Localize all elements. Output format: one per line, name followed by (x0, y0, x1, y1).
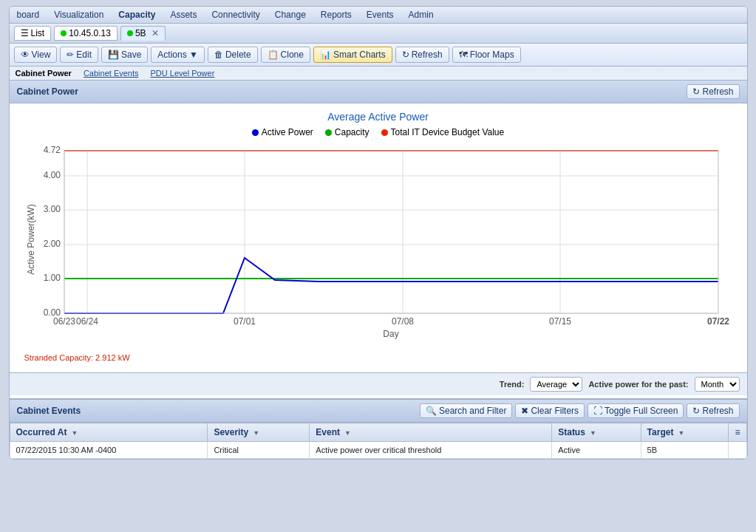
col-target-label: Target (647, 427, 674, 437)
svg-text:07/01: 07/01 (233, 316, 255, 327)
tab-close-icon[interactable]: ✕ (151, 28, 159, 38)
actions-button[interactable]: Actions ▼ (151, 47, 205, 63)
col-event-label: Event (316, 427, 340, 437)
svg-text:3.00: 3.00 (43, 204, 61, 214)
toggle-fullscreen-button[interactable]: ⛶ Toggle Full Screen (588, 403, 684, 418)
clone-icon: 📋 (268, 50, 279, 60)
events-section: Cabinet Events 🔍 Search and Filter ✖ Cle… (10, 398, 747, 459)
clone-button[interactable]: 📋 Clone (261, 47, 310, 63)
save-button[interactable]: 💾 Save (101, 47, 148, 63)
events-toolbar: 🔍 Search and Filter ✖ Clear Filters ⛶ To… (420, 403, 740, 418)
chart-svg: 4.72 4.00 3.00 2.00 1.00 0.00 Active Pow… (24, 143, 733, 350)
cabinet-power-refresh-button[interactable]: ↻ Refresh (687, 84, 739, 99)
legend-active-power: Active Power (252, 127, 313, 137)
col-occurred-at-label: Occurred At (16, 427, 67, 437)
sub-tab-cabinet-power[interactable]: Cabinet Power (16, 69, 72, 78)
svg-rect-30 (64, 151, 718, 313)
cell-extra (729, 442, 746, 459)
col-occurred-at[interactable]: Occurred At ▼ (10, 423, 208, 442)
legend-budget-label: Total IT Device Budget Value (391, 127, 505, 137)
edit-button[interactable]: ✏ Edit (60, 47, 98, 63)
nav-board[interactable]: board (14, 8, 43, 21)
tab-5b-dot (127, 30, 133, 36)
refresh-button[interactable]: ↻ Refresh (395, 47, 449, 63)
chart-icon: 📊 (320, 50, 331, 60)
table-row: 07/22/2015 10:30 AM -0400 Critical Activ… (10, 442, 746, 459)
stranded-capacity: Stranded Capacity: 2.912 kW (17, 350, 740, 365)
delete-icon: 🗑 (214, 50, 223, 60)
svg-text:07/15: 07/15 (548, 316, 571, 327)
tab-ip-label: 10.45.0.13 (69, 28, 111, 38)
filter-icon: 🔍 (426, 406, 437, 416)
col-status[interactable]: Status ▼ (552, 423, 641, 442)
tab-5b-label: 5B (135, 28, 146, 38)
col-target-sort[interactable]: ▼ (678, 429, 684, 437)
chart-legend: Active Power Capacity Total IT Device Bu… (17, 127, 740, 137)
cell-event: Active power over critical threshold (310, 442, 552, 459)
legend-budget: Total IT Device Budget Value (381, 127, 505, 137)
chart-svg-container: 4.72 4.00 3.00 2.00 1.00 0.00 Active Pow… (17, 143, 740, 350)
nav-admin[interactable]: Admin (406, 8, 437, 21)
refresh-icon: ↻ (692, 86, 700, 97)
tab-5b[interactable]: 5B ✕ (120, 26, 166, 41)
sub-tab-cabinet-events[interactable]: Cabinet Events (84, 69, 139, 78)
delete-button[interactable]: 🗑 Delete (208, 47, 258, 63)
sub-tabs: Cabinet Power Cabinet Events PDU Level P… (10, 66, 747, 81)
col-occurred-at-sort[interactable]: ▼ (71, 429, 78, 437)
col-event-sort[interactable]: ▼ (344, 429, 351, 437)
legend-capacity: Capacity (325, 127, 370, 137)
svg-text:1.00: 1.00 (43, 273, 61, 283)
chart-title: Average Active Power (17, 111, 740, 123)
col-target[interactable]: Target ▼ (641, 423, 729, 442)
svg-text:4.00: 4.00 (43, 170, 61, 180)
period-select[interactable]: Month Week Day (695, 377, 740, 392)
svg-text:06/23: 06/23 (52, 316, 75, 327)
col-event[interactable]: Event ▼ (310, 423, 552, 442)
events-header: Cabinet Events 🔍 Search and Filter ✖ Cle… (10, 400, 747, 423)
cabinet-power-header: Cabinet Power ↻ Refresh (10, 81, 747, 103)
cabinet-power-section: Cabinet Power ↻ Refresh Average Active P… (10, 81, 747, 395)
clear-filters-button[interactable]: ✖ Clear Filters (515, 403, 585, 418)
events-refresh-button[interactable]: ↻ Refresh (687, 403, 739, 418)
fullscreen-icon: ⛶ (593, 406, 602, 416)
events-title: Cabinet Events (17, 406, 81, 416)
col-severity-label: Severity (214, 427, 248, 437)
chart-area: Average Active Power Active Power Capaci… (10, 103, 747, 372)
svg-text:07/08: 07/08 (391, 316, 413, 327)
nav-capacity[interactable]: Capacity (115, 8, 158, 21)
trend-bar: Trend: Average Max Min Active power for … (10, 372, 747, 395)
nav-change[interactable]: Change (272, 8, 309, 21)
tab-list[interactable]: ☰ List (14, 26, 52, 41)
clear-icon: ✖ (521, 406, 528, 416)
period-label: Active power for the past: (588, 380, 688, 389)
nav-assets[interactable]: Assets (167, 8, 200, 21)
col-menu[interactable]: ≡ (729, 423, 746, 442)
legend-active-power-dot (252, 129, 259, 136)
svg-text:Active Power(kW): Active Power(kW) (26, 204, 36, 274)
menu-icon[interactable]: ≡ (735, 427, 740, 437)
col-severity[interactable]: Severity ▼ (208, 423, 310, 442)
nav-visualization[interactable]: Visualization (51, 8, 106, 21)
nav-events[interactable]: Events (364, 8, 397, 21)
col-severity-sort[interactable]: ▼ (253, 429, 259, 437)
col-status-label: Status (558, 427, 585, 437)
edit-icon: ✏ (67, 50, 74, 60)
cell-target: 5B (641, 442, 729, 459)
list-icon: ☰ (21, 28, 29, 38)
svg-text:Day: Day (383, 329, 398, 339)
search-filter-button[interactable]: 🔍 Search and Filter (420, 403, 512, 418)
cell-severity: Critical (208, 442, 310, 459)
col-status-sort[interactable]: ▼ (590, 429, 596, 437)
tab-row: ☰ List 10.45.0.13 5B ✕ (10, 24, 747, 44)
nav-connectivity[interactable]: Connectivity (208, 8, 262, 21)
tab-list-label: List (31, 28, 45, 38)
tab-ip[interactable]: 10.45.0.13 (54, 26, 118, 41)
view-button[interactable]: 👁 View (14, 47, 58, 63)
floor-maps-button[interactable]: 🗺 Floor Maps (452, 47, 521, 63)
svg-text:2.00: 2.00 (43, 239, 61, 249)
smart-charts-button[interactable]: 📊 Smart Charts (313, 47, 392, 63)
cabinet-power-title: Cabinet Power (17, 86, 78, 97)
nav-reports[interactable]: Reports (318, 8, 355, 21)
trend-select[interactable]: Average Max Min (530, 377, 582, 392)
sub-tab-pdu-level-power[interactable]: PDU Level Power (151, 69, 215, 78)
